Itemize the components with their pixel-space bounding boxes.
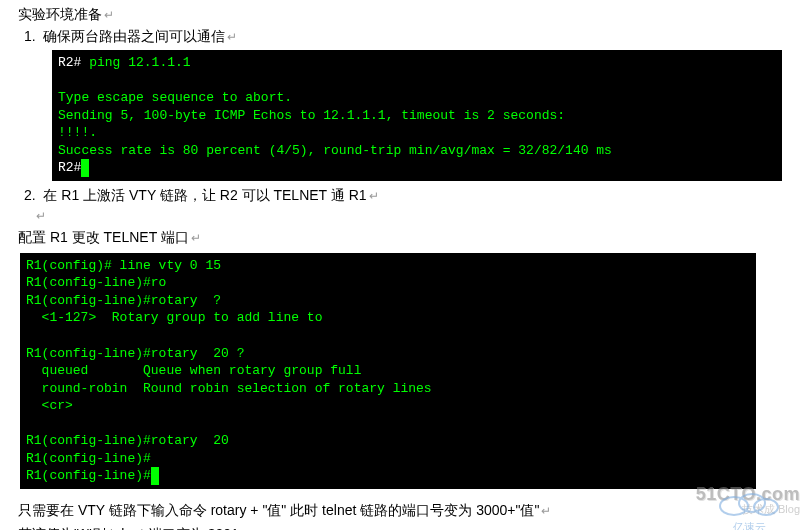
list-number: 2. (24, 187, 36, 203)
list-text: 在 R1 上激活 VTY 链路，让 R2 可以 TELNET 通 R1 (43, 187, 366, 203)
para-mark-icon: ↵ (104, 8, 114, 22)
para-mark-icon: ↵ (36, 209, 46, 223)
section-heading: 实验环境准备↵ (18, 6, 790, 24)
terminal-output-1: R2# ping 12.1.1.1 Type escape sequence t… (52, 50, 782, 181)
svg-point-2 (754, 499, 778, 515)
prompt: R2# (58, 55, 81, 70)
explanation-paragraph: 只需要在 VTY 链路下输入命令 rotary + "值" 此时 telnet … (18, 499, 790, 530)
command: ping 12.1.1.1 (81, 55, 190, 70)
cursor-icon (151, 467, 159, 485)
para-mark-icon: ↵ (369, 189, 379, 203)
cursor-icon (81, 159, 89, 177)
cloud-logo-icon: 亿速云 (714, 488, 784, 530)
blank-paragraph: ↵ (36, 209, 790, 223)
svg-point-1 (739, 494, 765, 512)
list-text: 确保两台路由器之间可以通信 (43, 28, 225, 44)
config-heading-text: 配置 R1 更改 TELNET 端口 (18, 229, 189, 245)
svg-point-0 (720, 497, 748, 515)
para-mark-icon: ↵ (227, 30, 237, 44)
para-mark-icon: ↵ (191, 231, 201, 245)
prompt: R2# (58, 160, 81, 175)
prompt: R1(config-line)# (26, 468, 151, 483)
list-number: 1. (24, 28, 36, 44)
config-heading: 配置 R1 更改 TELNET 端口↵ (18, 229, 790, 247)
list-item: 2. 在 R1 上激活 VTY 链路，让 R2 可以 TELNET 通 R1↵ (24, 187, 790, 205)
list-item: 1. 确保两台路由器之间可以通信↵ (24, 28, 790, 46)
para-mark-icon: ↵ (541, 504, 551, 518)
heading-text: 实验环境准备 (18, 6, 102, 22)
explanation-line: 只需要在 VTY 链路下输入命令 rotary + "值" 此时 telnet … (18, 502, 539, 518)
terminal-body: R1(config)# line vty 0 15 R1(config-line… (26, 258, 432, 466)
cloud-logo-text: 亿速云 (714, 521, 784, 530)
explanation-line: 若该值为"1"则 telnet 端口变为 3001 (18, 526, 239, 530)
terminal-output-2: R1(config)# line vty 0 15 R1(config-line… (20, 253, 756, 489)
document-body: 实验环境准备↵ 1. 确保两台路由器之间可以通信↵ R2# ping 12.1.… (0, 0, 808, 530)
terminal-body: Type escape sequence to abort. Sending 5… (58, 90, 612, 158)
